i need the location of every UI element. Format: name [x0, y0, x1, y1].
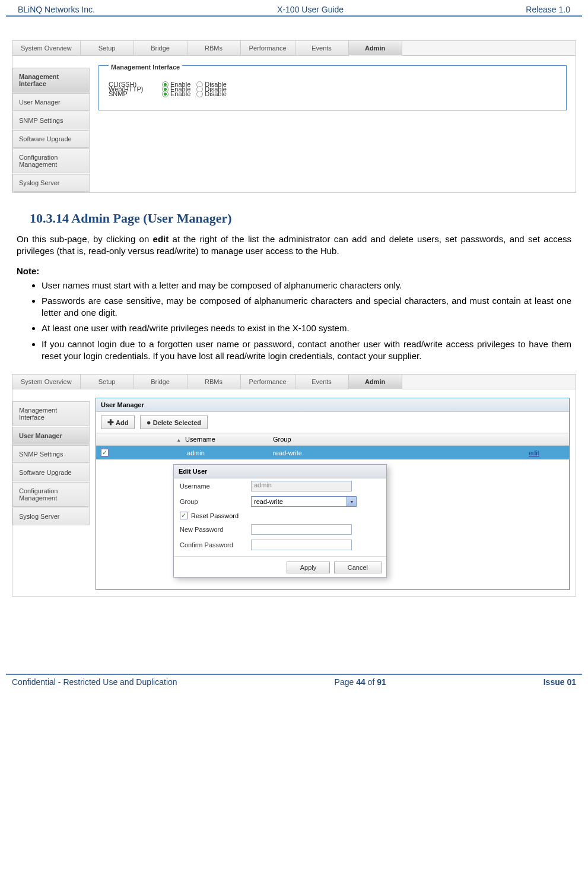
col-username[interactable]: ▲ Username: [119, 436, 273, 443]
delete-label: Delete Selected: [153, 419, 201, 426]
tab-system-overview[interactable]: System Overview: [12, 375, 81, 389]
sidebar-item-software-upgrade[interactable]: Software Upgrade: [12, 464, 90, 481]
page-footer: Confidential - Restricted Use and Duplic…: [6, 674, 582, 689]
section-heading: 10.3.14 Admin Page (User Manager): [30, 211, 576, 226]
row-group: read-write: [273, 449, 529, 456]
form-row-username: Username admin: [174, 478, 386, 494]
tab-performance[interactable]: Performance: [241, 375, 295, 389]
sidebar-item-software-upgrade[interactable]: Software Upgrade: [12, 130, 90, 148]
checkbox-checked-icon[interactable]: ✓: [101, 449, 109, 456]
header-center: X-100 User Guide: [277, 5, 344, 14]
add-button[interactable]: ✚ Add: [101, 416, 135, 429]
form-row-group: Group read-write ▾: [174, 494, 386, 509]
page-prefix: Page: [335, 677, 357, 687]
sort-asc-icon: ▲: [176, 437, 181, 443]
dialog-buttons: Apply Cancel: [174, 556, 386, 577]
bullet-4: If you cannot login due to a forgotten u…: [42, 338, 571, 363]
bullet-1: User names must start with a letter and …: [42, 280, 571, 291]
sidebar-item-user-manager[interactable]: User Manager: [12, 427, 90, 445]
header-left: BLiNQ Networks Inc.: [18, 5, 95, 14]
chevron-down-icon[interactable]: ▾: [347, 497, 356, 506]
sidebar-item-syslog-server[interactable]: Syslog Server: [12, 174, 90, 192]
sidebar-item-snmp-settings[interactable]: SNMP Settings: [12, 112, 90, 129]
tabs-spacer: [402, 41, 576, 56]
header-right: Release 1.0: [526, 5, 570, 14]
tab-bridge[interactable]: Bridge: [134, 375, 187, 389]
footer-left: Confidential - Restricted Use and Duplic…: [12, 677, 177, 687]
form-row-reset: ✓ Reset Password: [174, 509, 386, 522]
delete-selected-button[interactable]: ● Delete Selected: [140, 416, 208, 429]
tab-admin[interactable]: Admin: [349, 375, 402, 389]
tab-system-overview[interactable]: System Overview: [12, 41, 81, 56]
row-edit-link[interactable]: edit: [529, 449, 564, 456]
page-total: 91: [377, 677, 386, 687]
tab-rbms[interactable]: RBMs: [187, 41, 241, 56]
sidebar-item-user-manager[interactable]: User Manager: [12, 93, 90, 111]
sidebar-item-management-interface[interactable]: Management Interface: [12, 68, 90, 93]
footer-right: Issue 01: [543, 677, 576, 687]
tab-performance[interactable]: Performance: [241, 41, 295, 56]
sidebar-item-management-interface[interactable]: Management Interface: [12, 401, 90, 426]
radio-enable-icon[interactable]: [162, 91, 169, 97]
screenshot-mgmt-interface: System Overview Setup Bridge RBMs Perfor…: [12, 40, 576, 193]
toolbar: ✚ Add ● Delete Selected: [96, 412, 569, 433]
tab-bridge[interactable]: Bridge: [134, 41, 187, 56]
label-confirm-password: Confirm Password: [180, 541, 251, 548]
reset-password-checkbox[interactable]: ✓: [180, 512, 187, 519]
tab-events[interactable]: Events: [295, 41, 349, 56]
col-action: [529, 436, 564, 443]
tab-setup[interactable]: Setup: [81, 375, 134, 389]
footer-page: Page 44 of 91: [335, 677, 386, 687]
user-manager-panel: User Manager ✚ Add ● Delete Selected ▲: [96, 398, 570, 590]
label-reset-password: Reset Password: [191, 512, 239, 519]
grid-header: ▲ Username Group: [96, 433, 569, 446]
group-select-value: read-write: [254, 498, 283, 505]
label-username: Username: [180, 483, 251, 490]
main-panel: User Manager ✚ Add ● Delete Selected ▲: [90, 389, 576, 596]
screenshot-user-manager: System Overview Setup Bridge RBMs Perfor…: [12, 374, 576, 597]
sidebar-item-snmp-settings[interactable]: SNMP Settings: [12, 445, 90, 463]
sidebar: Management Interface User Manager SNMP S…: [12, 389, 90, 596]
page-header: BLiNQ Networks Inc. X-100 User Guide Rel…: [6, 0, 582, 17]
sidebar: Management Interface User Manager SNMP S…: [12, 56, 90, 192]
intro-paragraph: On this sub-page, by clicking on edit at…: [17, 233, 571, 258]
note-label: Note:: [17, 266, 571, 276]
intro-a: On this sub-page, by clicking on: [17, 234, 153, 244]
tabs-spacer: [402, 375, 576, 389]
label-group: Group: [180, 498, 251, 505]
col-group[interactable]: Group: [273, 436, 529, 443]
page-current: 44: [356, 677, 365, 687]
tab-events[interactable]: Events: [295, 375, 349, 389]
tab-admin[interactable]: Admin: [349, 41, 402, 56]
row-checkbox-cell[interactable]: ✓: [101, 449, 119, 456]
sidebar-item-configuration-management[interactable]: Configuration Management: [12, 148, 90, 173]
intro-b: edit: [153, 234, 169, 244]
main-panel: Management Interface CLI(SSH) Enable Dis…: [90, 56, 576, 192]
new-password-field[interactable]: [251, 524, 352, 535]
dialog-title: Edit User: [174, 465, 386, 478]
edit-user-dialog: Edit User Username admin Group read-writ…: [173, 464, 387, 578]
radio-disable-icon[interactable]: [196, 91, 203, 97]
opt-disable[interactable]: Disable: [205, 90, 227, 97]
tab-rbms[interactable]: RBMs: [187, 375, 241, 389]
bullet-2: Passwords are case sensitive, may be com…: [42, 295, 571, 319]
label-snmp: SNMP: [109, 90, 162, 97]
col-checkbox: [101, 436, 119, 443]
apply-button[interactable]: Apply: [287, 562, 330, 573]
cancel-button[interactable]: Cancel: [334, 562, 382, 573]
confirm-password-field[interactable]: [251, 540, 352, 550]
panel-title: User Manager: [96, 398, 569, 412]
username-field: admin: [251, 481, 352, 491]
group-select[interactable]: read-write ▾: [251, 496, 357, 507]
management-interface-fieldset: Management Interface CLI(SSH) Enable Dis…: [98, 65, 567, 110]
sidebar-item-configuration-management[interactable]: Configuration Management: [12, 482, 90, 507]
fieldset-legend: Management Interface: [109, 64, 182, 71]
minus-icon: ●: [147, 418, 151, 427]
col-username-label: Username: [185, 436, 215, 443]
sidebar-item-syslog-server[interactable]: Syslog Server: [12, 508, 90, 525]
add-label: Add: [116, 419, 128, 426]
tab-setup[interactable]: Setup: [81, 41, 134, 56]
plus-icon: ✚: [107, 418, 114, 427]
table-row[interactable]: ✓ admin read-write edit: [96, 446, 569, 459]
opt-enable[interactable]: Enable: [170, 90, 190, 97]
